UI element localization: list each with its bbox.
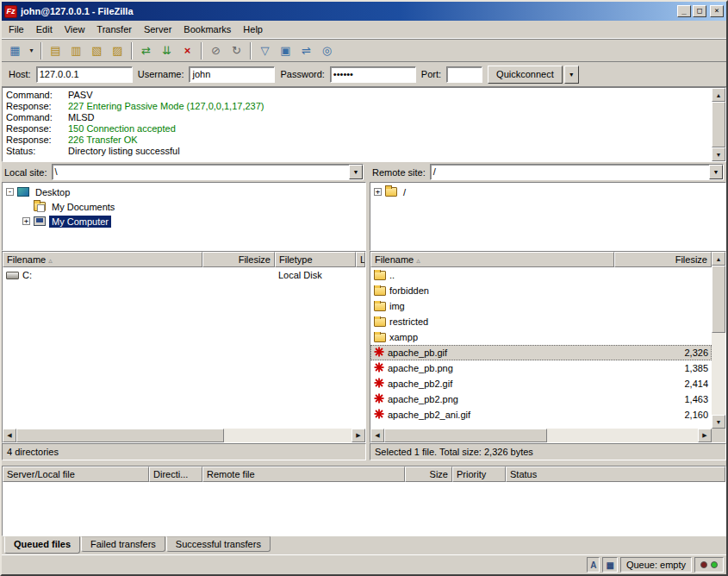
toolbar-separator: [40, 42, 42, 59]
scrollbar-track[interactable]: [384, 429, 698, 442]
scroll-up-icon[interactable]: [712, 252, 725, 266]
username-input[interactable]: [189, 66, 275, 83]
file-row[interactable]: restricted: [370, 314, 712, 329]
menu-edit[interactable]: Edit: [30, 21, 59, 38]
scrollbar-thumb[interactable]: [712, 102, 725, 147]
menu-transfer[interactable]: Transfer: [90, 21, 138, 38]
column-header-filetype[interactable]: Filetype: [275, 252, 356, 267]
file-row[interactable]: ..: [370, 267, 712, 283]
file-row[interactable]: forbidden: [370, 283, 712, 298]
file-row[interactable]: apache_pb.png 1,385: [370, 360, 712, 376]
scroll-up-icon[interactable]: [712, 88, 725, 102]
remote-horizontal-scrollbar[interactable]: [370, 429, 712, 442]
collapse-icon[interactable]: -: [6, 188, 14, 196]
quickconnect-button[interactable]: Quickconnect: [488, 66, 563, 84]
menu-view[interactable]: View: [59, 21, 91, 38]
tree-item-label: Desktop: [33, 186, 72, 198]
directory-compare-button[interactable]: ▣: [276, 41, 296, 60]
scrollbar-track[interactable]: [712, 266, 725, 415]
expand-icon[interactable]: +: [374, 188, 382, 196]
tab-failed-transfers[interactable]: Failed transfers: [81, 536, 165, 552]
menu-bookmarks[interactable]: Bookmarks: [177, 21, 237, 38]
column-header-status[interactable]: Status: [506, 466, 725, 482]
password-input[interactable]: [330, 66, 416, 83]
combo-dropdown-icon[interactable]: [349, 165, 363, 179]
scrollbar-thumb[interactable]: [712, 266, 725, 333]
scroll-right-icon[interactable]: [352, 429, 365, 442]
menu-help[interactable]: Help: [237, 21, 269, 38]
column-header-filesize[interactable]: Filesize: [202, 252, 275, 267]
message-log-toggle-button[interactable]: ▤: [46, 41, 65, 60]
column-header-filename[interactable]: Filename▵: [3, 252, 202, 267]
tree-item-my-documents[interactable]: My Documents: [3, 199, 364, 214]
log-scrollbar[interactable]: [712, 88, 725, 161]
filename-cell: ..: [370, 270, 614, 280]
minimize-button[interactable]: _: [677, 5, 691, 17]
site-manager-dropdown[interactable]: ▾: [26, 41, 37, 60]
remote-tree-toggle-button[interactable]: ▧: [87, 41, 107, 60]
transfer-type-icon[interactable]: A: [587, 557, 600, 573]
filter-button[interactable]: ▽: [255, 41, 275, 60]
column-header-server-local-file[interactable]: Server/Local file: [3, 466, 149, 482]
scroll-down-icon[interactable]: [712, 147, 725, 161]
log-line: Status: Directory listing successful: [6, 146, 708, 157]
cancel-button[interactable]: ×: [177, 41, 197, 60]
scroll-down-icon[interactable]: [712, 415, 725, 429]
column-header-last-modified[interactable]: L: [356, 252, 365, 267]
tree-item-root[interactable]: + /: [371, 185, 725, 199]
menu-server[interactable]: Server: [138, 21, 177, 38]
process-queue-button[interactable]: ⇊: [157, 41, 177, 60]
cancel-icon: ×: [184, 45, 191, 56]
scrollbar-track[interactable]: [16, 429, 352, 442]
find-files-button[interactable]: ◎: [317, 41, 337, 60]
close-button[interactable]: ×: [710, 5, 724, 17]
scroll-right-icon[interactable]: [698, 429, 712, 442]
quickconnect-dropdown[interactable]: ▾: [564, 66, 579, 84]
computer-icon: [34, 216, 46, 226]
scrollbar-track[interactable]: [712, 102, 725, 147]
tab-successful-transfers[interactable]: Successful transfers: [166, 536, 271, 552]
port-input[interactable]: [446, 66, 482, 83]
host-input[interactable]: [36, 66, 133, 83]
transfer-queue-toggle-button[interactable]: ▨: [108, 41, 128, 60]
file-row[interactable]: xampp: [370, 329, 712, 345]
disconnect-button[interactable]: ⊘: [206, 41, 226, 60]
column-header-filesize[interactable]: Filesize: [614, 252, 712, 267]
file-row[interactable]: apache_pb2_ani.gif 2,160: [370, 407, 712, 423]
column-header-priority[interactable]: Priority: [452, 466, 506, 482]
scroll-left-icon[interactable]: [370, 429, 384, 442]
local-tree-toggle-button[interactable]: ▥: [66, 41, 86, 60]
column-header-direction[interactable]: Directi...: [149, 466, 202, 482]
file-row[interactable]: apache_pb2.gif 2,414: [370, 376, 712, 391]
reconnect-button[interactable]: ↻: [227, 41, 246, 60]
local-site-combo[interactable]: \: [52, 164, 364, 180]
column-header-filename[interactable]: Filename▵: [370, 252, 614, 267]
speed-limits-icon[interactable]: ▦: [602, 557, 617, 573]
combo-dropdown-icon[interactable]: [709, 165, 723, 179]
file-row[interactable]: apache_pb.gif 2,326: [370, 345, 712, 360]
remote-site-combo[interactable]: /: [430, 164, 724, 180]
tree-item-desktop[interactable]: - Desktop: [3, 185, 364, 199]
local-site-row: Local site: \: [2, 162, 366, 182]
site-manager-button[interactable]: ▦: [5, 41, 25, 60]
maximize-button[interactable]: □: [693, 5, 706, 17]
expand-icon[interactable]: +: [22, 217, 30, 225]
column-header-size[interactable]: Size: [405, 466, 452, 482]
file-row[interactable]: apache_pb2.png 1,463: [370, 391, 712, 407]
remote-vertical-scrollbar[interactable]: [712, 252, 725, 442]
menu-file[interactable]: File: [3, 21, 30, 38]
synchronized-browsing-button[interactable]: ⇌: [296, 41, 316, 60]
scrollbar-thumb[interactable]: [384, 429, 547, 442]
tree-item-my-computer[interactable]: + My Computer: [3, 214, 364, 229]
tab-queued-files[interactable]: Queued files: [4, 536, 80, 554]
refresh-button[interactable]: ⇄: [136, 41, 156, 60]
scrollbar-thumb[interactable]: [16, 429, 224, 442]
column-header-remote-file[interactable]: Remote file: [202, 466, 405, 482]
tree-item-label: My Computer: [49, 216, 111, 228]
file-row[interactable]: img: [370, 298, 712, 314]
column-label: Filename: [375, 254, 414, 265]
file-row[interactable]: C: Local Disk: [3, 267, 365, 283]
scroll-left-icon[interactable]: [3, 429, 16, 442]
remote-pane: Remote site: / + / Filename▵ Filesize: [370, 162, 726, 460]
local-horizontal-scrollbar[interactable]: [3, 429, 365, 442]
